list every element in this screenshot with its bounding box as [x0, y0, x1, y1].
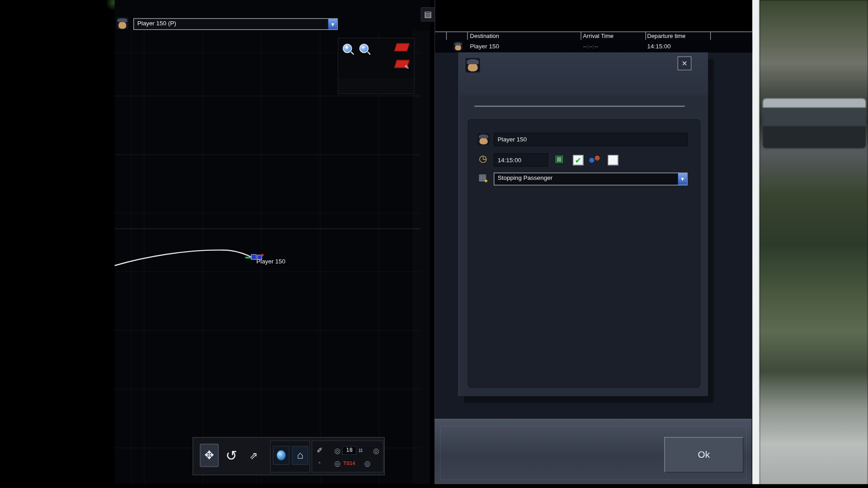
timetable-panel: Destination Arrival Time Departure time … [434, 0, 752, 485]
measure-icon: ✐ [316, 446, 322, 454]
train-service-label: Player 150 [256, 258, 285, 265]
train-marker[interactable] [251, 254, 256, 259]
signal-filter-icon: ⌗ [359, 446, 363, 454]
service-row[interactable]: Player 150 --:--:-- 14:15:00 [435, 40, 752, 52]
filter-radio-3[interactable]: ◎ [331, 459, 344, 467]
jump-tool-button[interactable]: ⇗ [244, 444, 263, 467]
grid-size-value: 18 [342, 446, 357, 455]
zoom-out-sign: − [362, 43, 366, 51]
row-driver-avatar [453, 42, 463, 51]
globe-icon [277, 450, 286, 460]
clock-icon: ◷ [479, 154, 487, 163]
map-overlay-panel: + − ✎ [338, 38, 415, 94]
service-type-dropdown[interactable]: Stopping Passenger ▼ [494, 173, 688, 185]
passenger-front-icon: ☻ [587, 155, 596, 164]
service-driver-avatar [478, 133, 490, 145]
service-type-value: Stopping Passenger [494, 173, 677, 185]
map-filter-group: ✐ ◎ 18 ⌗ ◎ ◔ ◎ TS14 ◎ [311, 441, 383, 473]
passengers-checkbox[interactable] [608, 155, 618, 165]
service-dialog: ✕ Player 150 ◷ 14:15:00 ▣ ✔ ☻ ☻ ▦ ★ [458, 52, 708, 396]
service-name-value: Player 150 [498, 136, 527, 143]
star-icon: ★ [484, 179, 488, 184]
header-separator [580, 32, 581, 40]
dialog-footer-bar: Ok [434, 419, 752, 485]
row-arrival: --:--:-- [583, 42, 598, 49]
pan-tool-button[interactable]: ✥ [200, 444, 219, 467]
header-separator [646, 32, 646, 40]
zoom-in-icon[interactable]: + [343, 44, 352, 53]
check-icon: ✔ [575, 156, 581, 164]
header-separator [710, 32, 711, 40]
signal-marker [261, 254, 264, 256]
row-departure: 14:15:00 [647, 42, 670, 49]
marker-label: TS14 [343, 460, 355, 466]
departure-time-field[interactable]: 14:15:00 [494, 153, 548, 166]
driver-select-dropdown[interactable]: Player 150 (P) ▼ [133, 18, 338, 30]
col-destination: Destination [470, 33, 499, 39]
col-departure: Departure time [647, 33, 685, 39]
col-arrival: Arrival Time [583, 33, 613, 39]
zoom-out-icon[interactable]: − [359, 44, 369, 53]
dialog-driver-avatar [466, 58, 480, 73]
marker-area-icon[interactable] [394, 43, 410, 52]
zoom-in-sign: + [345, 43, 349, 51]
row-destination: Player 150 [470, 42, 499, 49]
view-mode-group: ⌂ [270, 441, 310, 473]
pen-icon: ✎ [405, 64, 409, 70]
map-toolbar: ✥ ↺ ⇗ ⌂ ✐ ◎ 18 ⌗ ◎ ◔ ◎ TS14 ◎ [193, 437, 385, 475]
ok-button[interactable]: Ok [664, 437, 743, 472]
filter-radio-2[interactable]: ◎ [370, 446, 383, 455]
departure-time-value: 14:15:00 [498, 157, 521, 164]
dropdown-arrow-icon[interactable]: ▼ [678, 173, 687, 185]
dialog-divider [474, 106, 684, 107]
close-icon[interactable]: ✕ [678, 56, 692, 70]
marker-edit-icon[interactable]: ✎ [394, 60, 410, 68]
map-gridline-major [114, 229, 420, 229]
filter-radio-4[interactable]: ◎ [361, 459, 374, 467]
service-name-field[interactable]: Player 150 [494, 133, 688, 146]
map-overlay-footer [338, 78, 414, 94]
home-view-button[interactable]: ⌂ [292, 446, 308, 465]
world-view-button[interactable] [273, 446, 290, 465]
driver-avatar-icon [116, 17, 128, 29]
background-vehicle [763, 99, 866, 148]
train-type-icon[interactable]: ▣ [555, 154, 564, 163]
gauge-icon: ◔ [316, 459, 321, 466]
header-separator [467, 32, 467, 40]
app-window: Player 150 Player 150 (P) ▼ + − ✎ ✥ ↺ ⇗ … [0, 0, 868, 488]
map-edge-shade [412, 30, 430, 484]
train-enabled-checkbox[interactable]: ✔ [573, 155, 583, 165]
timetable-header: Destination Arrival Time Departure time [435, 32, 752, 41]
dropdown-arrow-icon[interactable]: ▼ [328, 19, 337, 29]
rotate-tool-button[interactable]: ↺ [222, 444, 241, 467]
window-bottom-edge [0, 484, 868, 488]
passengers-icon[interactable]: ☻ ☻ [587, 153, 602, 165]
save-icon[interactable]: ▤ [421, 7, 435, 22]
driver-select-value: Player 150 (P) [134, 19, 328, 29]
header-separator [446, 32, 447, 40]
background-scenery [760, 0, 868, 488]
dialog-header [459, 53, 708, 95]
